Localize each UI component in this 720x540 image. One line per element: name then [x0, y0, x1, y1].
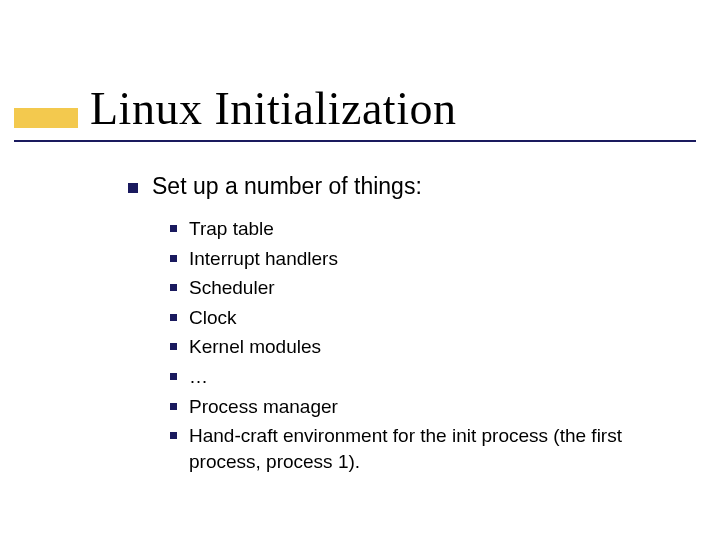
page-title: Linux Initialization: [90, 82, 680, 135]
sub-item-label: Kernel modules: [189, 334, 321, 360]
title-container: Linux Initialization: [90, 82, 680, 135]
bullet-icon: [170, 403, 177, 410]
content-area: Set up a number of things: Trap table In…: [128, 172, 680, 479]
sub-item-label: …: [189, 364, 208, 390]
list-item: Trap table: [170, 216, 680, 242]
sub-item-label: Scheduler: [189, 275, 275, 301]
bullet-icon: [170, 284, 177, 291]
bullet-icon: [170, 225, 177, 232]
sub-item-label: Clock: [189, 305, 237, 331]
list-item: Process manager: [170, 394, 680, 420]
list-item: …: [170, 364, 680, 390]
bullet-icon: [170, 373, 177, 380]
list-item: Kernel modules: [170, 334, 680, 360]
sublist: Trap table Interrupt handlers Scheduler …: [170, 216, 680, 475]
sub-item-label: Trap table: [189, 216, 274, 242]
list-item: Set up a number of things:: [128, 172, 680, 202]
main-heading: Set up a number of things:: [152, 172, 422, 202]
list-item: Clock: [170, 305, 680, 331]
title-underline: [14, 140, 696, 142]
bullet-icon: [170, 255, 177, 262]
list-item: Hand-craft environment for the init proc…: [170, 423, 680, 474]
bullet-icon: [128, 183, 138, 193]
accent-bar: [14, 108, 78, 128]
bullet-icon: [170, 343, 177, 350]
list-item: Interrupt handlers: [170, 246, 680, 272]
sub-item-label: Hand-craft environment for the init proc…: [189, 423, 680, 474]
sub-item-label: Process manager: [189, 394, 338, 420]
bullet-icon: [170, 432, 177, 439]
list-item: Scheduler: [170, 275, 680, 301]
bullet-icon: [170, 314, 177, 321]
sub-item-label: Interrupt handlers: [189, 246, 338, 272]
